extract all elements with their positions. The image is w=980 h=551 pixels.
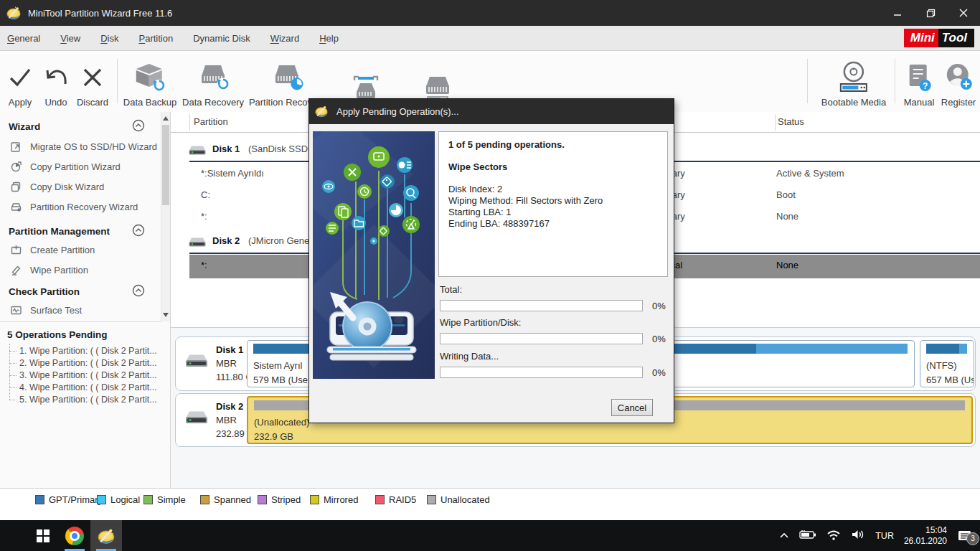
discard-button[interactable]: Discard [77, 57, 108, 108]
legend-simple: Simple [143, 494, 186, 505]
column-partition[interactable]: Partition [194, 116, 228, 127]
create-partition-icon [10, 244, 22, 256]
section-partition-management[interactable]: Partition Management [9, 221, 145, 241]
menu-partition[interactable]: Partition [139, 33, 174, 44]
menu-wizard[interactable]: Wizard [270, 33, 299, 44]
sidebar-item-migrate-os[interactable]: Migrate OS to SSD/HD Wizard [0, 136, 161, 156]
app-icon [315, 105, 329, 119]
sidebar-item-partition-recovery-wizard[interactable]: Partition Recovery Wizard [0, 197, 161, 217]
minimize-button[interactable] [881, 0, 914, 26]
restore-button[interactable] [914, 0, 947, 26]
apply-pending-operations-dialog: Apply Pending Operation(s)... [308, 98, 674, 423]
collapse-chevron-icon[interactable] [132, 284, 145, 299]
bootable-media-disc-icon [837, 60, 871, 95]
window-title: MiniTool Partition Wizard Free 11.6 [28, 8, 172, 19]
section-wizard[interactable]: Wizard [9, 116, 145, 136]
pending-operations-list: 1. Wipe Partition: ( ( Disk 2 Partit... … [0, 345, 165, 406]
notification-badge: 3 [966, 532, 979, 545]
operation-name: Wipe Sectors [448, 161, 658, 172]
sidebar-item-wipe-partition[interactable]: Wipe Partition [0, 260, 161, 280]
apply-button[interactable]: Apply [8, 57, 32, 108]
operation-info-box: 1 of 5 pending operations. Wipe Sectors … [438, 131, 668, 277]
sidebar-item-create-partition[interactable]: Create Partition [0, 240, 161, 260]
data-recovery-button[interactable]: Data Recovery [182, 57, 244, 108]
manual-button[interactable]: ? Manual [904, 57, 935, 108]
column-status[interactable]: Status [778, 116, 804, 127]
progress-writing-label: Writing Data... [440, 351, 499, 362]
start-button[interactable] [27, 520, 59, 551]
menu-general[interactable]: General [7, 33, 40, 44]
manual-doc-icon: ? [905, 60, 933, 95]
section-check-partition[interactable]: Check Partition [9, 281, 145, 301]
toolbar-separator [117, 59, 118, 103]
progress-writing-percent: 0% [652, 367, 671, 378]
sidebar-item-surface-test[interactable]: Surface Test [0, 300, 161, 320]
disk-icon [184, 410, 209, 425]
taskbar-clock[interactable]: 15:04 26.01.2020 [904, 525, 947, 547]
notification-center-button[interactable]: 3 [957, 529, 973, 542]
legend-striped: Striped [258, 494, 301, 505]
collapse-chevron-icon[interactable] [132, 224, 145, 239]
pending-operation-item: 4. Wipe Partition: ( ( Disk 2 Partit... [0, 382, 165, 394]
minitool-app-icon [98, 527, 115, 545]
operation-detail: Wiping Method: Fill Sectors with Zero [448, 195, 658, 207]
menu-help[interactable]: Help [319, 33, 339, 44]
disk-icon [188, 237, 207, 250]
progress-wipe-percent: 0% [652, 334, 671, 344]
disk1-partition-ntfs[interactable]: (NTFS) 657 MB (Use [920, 340, 974, 387]
legend-spanned: Spanned [200, 494, 251, 505]
disk-icon [188, 145, 207, 158]
scroll-down-arrow[interactable] [163, 313, 169, 317]
battery-icon[interactable] [799, 529, 816, 542]
sidebar-item-copy-disk-wizard[interactable]: Copy Disk Wizard [0, 176, 161, 197]
toolbar-separator [807, 59, 808, 103]
register-button[interactable]: Register [941, 57, 976, 108]
operation-detail: Starting LBA: 1 [448, 207, 658, 218]
window-titlebar[interactable]: MiniTool Partition Wizard Free 11.6 [0, 0, 980, 26]
sidebar: Wizard Migrate OS to SSD/HD Wizard Copy … [0, 112, 171, 488]
scroll-up-arrow[interactable] [163, 116, 169, 121]
taskbar: TUR 15:04 26.01.2020 3 [0, 520, 980, 551]
svg-text:?: ? [923, 81, 928, 91]
undo-arrow-icon [44, 60, 67, 95]
tray-chevron-icon[interactable] [779, 530, 789, 541]
progress-writing-bar [440, 367, 643, 378]
partition-recovery-icon [10, 201, 22, 213]
progress-wipe-bar [440, 333, 643, 344]
dialog-title: Apply Pending Operation(s)... [336, 106, 459, 117]
pending-operation-item: 1. Wipe Partition: ( ( Disk 2 Partit... [0, 345, 165, 357]
legend-logical: Logical [97, 494, 140, 505]
menu-bar: General View Disk Partition Dynamic Disk… [0, 26, 980, 51]
discard-x-icon [82, 60, 103, 95]
pending-operations-title: 5 Operations Pending [7, 325, 108, 344]
sidebar-item-copy-partition-wizard[interactable]: Copy Partition Wizard [0, 156, 161, 176]
undo-button[interactable]: Undo [44, 57, 67, 108]
migrate-os-icon [10, 141, 22, 153]
legend-mirrored: Mirrored [310, 494, 358, 505]
register-user-icon [943, 60, 974, 95]
wifi-icon[interactable] [826, 529, 841, 542]
drive-pie-icon [270, 60, 303, 95]
pending-operation-item: 2. Wipe Partition: ( ( Disk 2 Partit... [0, 357, 165, 369]
operation-detail: Ending LBA: 488397167 [448, 218, 658, 230]
backup-box-icon [133, 60, 166, 95]
progress-total-bar [440, 300, 643, 311]
dialog-titlebar[interactable]: Apply Pending Operation(s)... [309, 99, 674, 124]
surface-test-icon [10, 304, 22, 316]
menu-dynamic-disk[interactable]: Dynamic Disk [193, 33, 250, 44]
language-indicator[interactable]: TUR [875, 531, 894, 541]
bootable-media-button[interactable]: Bootable Media [821, 57, 886, 108]
menu-view[interactable]: View [60, 33, 80, 44]
taskbar-chrome-button[interactable] [59, 520, 90, 551]
system-tray: TUR 15:04 26.01.2020 3 [779, 525, 973, 547]
cancel-button[interactable]: Cancel [611, 399, 653, 416]
taskbar-minitool-button[interactable] [90, 520, 122, 551]
legend-bar: GPT/Primary Logical Simple Spanned Strip… [0, 488, 980, 520]
sidebar-scrollbar [161, 112, 170, 321]
collapse-chevron-icon[interactable] [132, 119, 145, 134]
close-button[interactable] [947, 0, 980, 26]
speaker-icon[interactable] [851, 529, 865, 542]
menu-disk[interactable]: Disk [100, 33, 118, 44]
data-backup-button[interactable]: Data Backup [123, 57, 176, 108]
scrollbar-thumb[interactable] [162, 125, 169, 205]
